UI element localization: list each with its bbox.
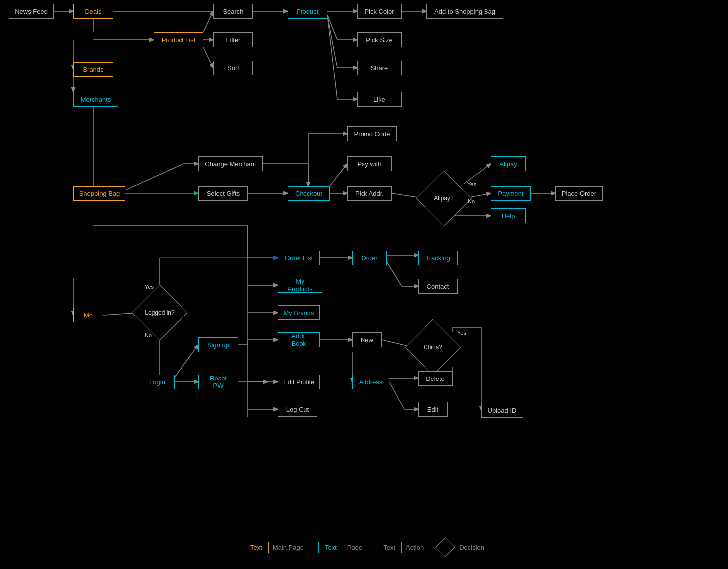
checkout-label: Checkout	[295, 190, 322, 197]
legend-page-box: Text	[318, 542, 343, 553]
place-order-node: Place Order	[555, 186, 603, 201]
svg-line-54	[387, 262, 402, 286]
pay-with-label: Pay with	[357, 160, 381, 168]
legend: Text Main Page Text Page Text Action Dec…	[244, 540, 484, 554]
sort-node: Sort	[213, 61, 253, 75]
svg-line-10	[327, 15, 337, 68]
connections-svg	[0, 0, 728, 569]
my-brands-label: My Brands	[283, 309, 314, 316]
new-addr-node: New	[352, 332, 382, 347]
me-label: Me	[84, 312, 93, 319]
login-label: Login	[149, 379, 165, 386]
svg-line-26	[330, 164, 347, 186]
svg-line-62	[320, 342, 337, 382]
alipay-no-label: No	[468, 198, 475, 204]
order-label: Order	[361, 254, 377, 262]
legend-action: Text Action	[377, 542, 424, 553]
select-gifts-node: Select Gifts	[198, 186, 248, 201]
svg-line-59	[453, 327, 481, 410]
reset-pw-node: Reset PW	[198, 375, 238, 389]
my-brands-node: My Brands	[278, 305, 320, 320]
legend-page-desc: Page	[347, 544, 362, 551]
legend-main-page: Text Main Page	[244, 542, 303, 553]
legend-main-page-text: Text	[250, 544, 262, 551]
logged-yes-label: Yes	[145, 284, 154, 290]
search-node: Search	[213, 4, 253, 19]
order-node: Order	[352, 251, 387, 265]
select-gifts-label: Select Gifts	[207, 190, 240, 197]
tracking-label: Tracking	[425, 254, 450, 262]
svg-line-8	[327, 15, 337, 40]
share-node: Share	[357, 61, 402, 75]
shopping-bag-label: Shopping Bag	[79, 190, 120, 197]
pick-addr-label: Pick Addr.	[355, 190, 384, 197]
contact-node: Contact	[418, 279, 458, 294]
svg-line-29	[464, 164, 491, 184]
alipay-diamond-label: Alipay?	[424, 179, 464, 218]
legend-decision-desc: Decision	[459, 544, 484, 551]
place-order-label: Place Order	[562, 190, 596, 197]
legend-decision: Decision	[438, 540, 484, 554]
deals-node: Deals	[73, 4, 113, 19]
tracking-node: Tracking	[418, 251, 458, 265]
china-diamond-container: China? Yes	[413, 327, 453, 367]
svg-line-12	[327, 15, 337, 99]
pick-size-label: Pick Size	[366, 36, 392, 44]
logged-in-diamond-label: Logged in?	[140, 293, 180, 332]
like-label: Like	[373, 96, 385, 103]
news-feed-label: News Feed	[15, 8, 48, 15]
new-addr-label: New	[361, 336, 373, 344]
china-yes-label: Yes	[457, 330, 466, 336]
merchants-node: Merchants	[73, 92, 118, 107]
filter-node: Filter	[213, 32, 253, 47]
sort-label: Sort	[227, 64, 239, 72]
legend-page-text: Text	[325, 544, 337, 551]
delete-node: Delete	[418, 371, 453, 386]
china-diamond-label: China?	[413, 327, 453, 367]
my-products-label: My Products	[283, 278, 317, 293]
log-out-node: Log Out	[278, 402, 317, 417]
deals-label: Deals	[85, 8, 101, 15]
me-node: Me	[73, 308, 103, 322]
promo-code-node: Promo Code	[347, 126, 397, 141]
pick-color-node: Pick Color	[357, 4, 402, 19]
filter-label: Filter	[226, 36, 241, 44]
promo-code-label: Promo Code	[354, 130, 390, 138]
svg-line-19	[125, 164, 183, 190]
delete-label: Delete	[426, 375, 445, 382]
change-merchant-node: Change Merchant	[198, 156, 263, 171]
shopping-bag-node: Shopping Bag	[73, 186, 125, 201]
svg-line-65	[389, 382, 404, 409]
upload-id-node: Upload ID	[481, 403, 523, 418]
alipay-label: Alipay	[499, 160, 517, 168]
share-label: Share	[371, 64, 388, 72]
product-label: Product	[297, 8, 319, 15]
login-node: Login	[140, 375, 175, 389]
help-node: Help	[491, 208, 526, 223]
help-label: Help	[502, 212, 515, 220]
diagram: News Feed Deals Product List Search Filt…	[0, 0, 728, 569]
upload-id-label: Upload ID	[488, 407, 517, 414]
addr-book-label: Addr. Book	[283, 332, 314, 347]
alipay-diamond-container: Alipay? Yes No	[424, 179, 464, 218]
add-to-bag-label: Add to Shopping Bag	[434, 8, 495, 15]
legend-action-desc: Action	[406, 544, 424, 551]
edit-profile-node: Edit Profile	[278, 375, 320, 389]
edit-node: Edit	[418, 402, 448, 417]
legend-action-box: Text	[377, 542, 402, 553]
payment-node: Payment	[491, 186, 531, 201]
edit-label: Edit	[427, 406, 438, 413]
pick-color-label: Pick Color	[364, 8, 394, 15]
logged-no-label: No	[145, 332, 152, 338]
contact-label: Contact	[427, 283, 449, 290]
pick-size-node: Pick Size	[357, 32, 402, 47]
my-products-node: My Products	[278, 278, 322, 293]
product-node: Product	[288, 4, 327, 19]
news-feed-node: News Feed	[9, 4, 54, 19]
address-label: Address	[359, 379, 383, 386]
svg-line-42	[175, 345, 198, 377]
legend-diamond-shape	[435, 537, 455, 557]
product-list-label: Product List	[162, 36, 196, 44]
svg-line-4	[203, 11, 213, 32]
order-list-node: Order List	[278, 251, 320, 265]
